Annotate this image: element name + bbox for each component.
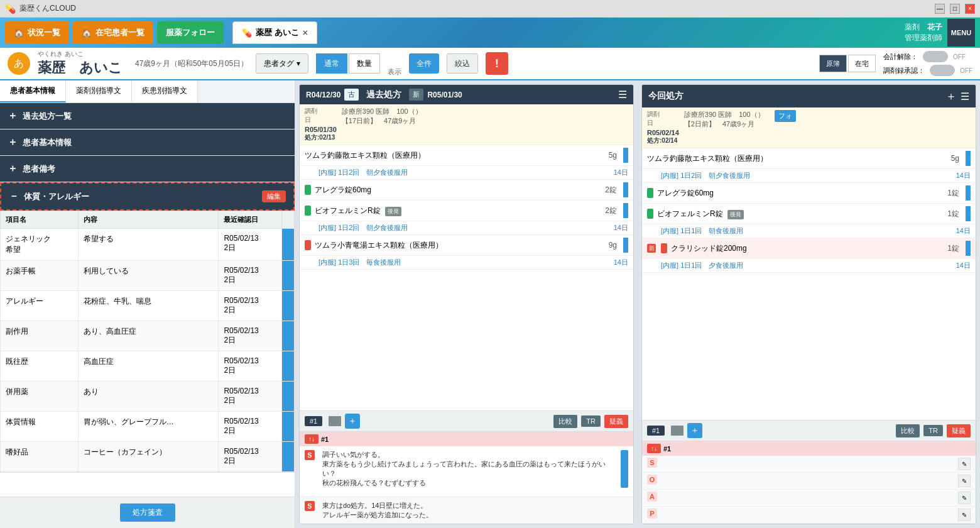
menu-btn[interactable]: MENU — [947, 19, 975, 47]
cell-content: あり — [78, 382, 219, 412]
cell-action[interactable] — [282, 382, 295, 412]
plus-icon-2: ＋ — [8, 136, 18, 149]
yakureki-tab[interactable]: 💊 薬歴 あいこ × — [232, 21, 317, 44]
soap-p-action[interactable]: ✎ — [958, 509, 971, 521]
drug-name: ツムラ小青竜湯エキス顆粒（医療用） — [315, 240, 605, 251]
allergy-edit-btn[interactable]: 編集 — [262, 190, 286, 202]
soap-s2-content: 東方はdо処方。14日壁に増えた。 アレルギー薬が処方追加になった。 — [322, 501, 628, 520]
status-list-btn[interactable]: 🏠 状況一覧 — [5, 21, 69, 44]
accordion-allergy-header[interactable]: － 体質・アレルギー 編集 — [0, 182, 295, 211]
tab-disease-guidance[interactable]: 疾患別指導文 — [132, 80, 198, 102]
drug-amount: 5g — [609, 151, 617, 160]
sidebar-accordion: ＋ 過去処方一覧 ＋ 患者基本情報 ＋ 患者備考 — [0, 103, 295, 497]
accordion-allergy: － 体質・アレルギー 編集 項目名 内容 最近確認日 — [0, 182, 295, 473]
home-patient-btn[interactable]: 🏠 在宅患者一覧 — [73, 21, 153, 44]
soap-scroll-bar — [621, 450, 628, 488]
drug-bar — [966, 151, 971, 166]
drug-indicator — [305, 185, 311, 195]
soap-row-o: O ✎ — [642, 473, 976, 490]
home-icon: 🏠 — [14, 28, 24, 38]
shiboru-btn[interactable]: 絞込 — [447, 53, 478, 74]
gigi-btn[interactable]: 疑義 — [604, 415, 628, 428]
past-rx-info: 調剤日 R05/01/30 処方:02/13 診療所390 医師 100（） 【… — [300, 104, 633, 145]
minimize-btn[interactable]: — — [935, 4, 945, 14]
accordion-patient-info-header[interactable]: ＋ 患者基本情報 — [0, 129, 295, 155]
past-rx-date: R05/01/30 処方:02/13 — [305, 126, 337, 142]
drug-bar — [623, 148, 628, 163]
drug-indicator — [305, 240, 311, 250]
today-gigi-btn[interactable]: 疑義 — [947, 424, 971, 437]
app-title: 薬歴くんCLOUD — [19, 3, 935, 14]
follow-btn[interactable]: 服薬フォロー — [157, 21, 224, 44]
kaikei-toggle[interactable] — [923, 51, 948, 62]
zenbun-btn[interactable]: 全件 — [409, 53, 439, 74]
accordion-patient-memo-header[interactable]: ＋ 患者備考 — [0, 156, 295, 182]
sort-btn[interactable]: ↑↓ — [305, 434, 318, 444]
today-panel-menu-icon[interactable]: ☰ — [961, 91, 969, 102]
tab-patient-info[interactable]: 患者基本情報 — [0, 80, 66, 102]
col-check — [282, 211, 295, 229]
past-rx-header: R04/12/30 古 過去処方 新 R05/01/30 ☰ — [300, 85, 633, 104]
drug-amount: 9g — [609, 241, 617, 250]
shonin-toggle[interactable] — [930, 65, 955, 76]
cell-date: R05/02/13 2日 — [219, 321, 282, 351]
accordion-past-rx-header[interactable]: ＋ 過去処方一覧 — [0, 103, 295, 129]
cell-action[interactable] — [282, 351, 295, 382]
zaitaku-btn[interactable]: 在宅 — [848, 55, 876, 72]
dosage-row: [内服] 1日1回 朝食後服用 14日 — [642, 224, 976, 238]
tr-btn[interactable]: TR — [581, 415, 601, 427]
kohatsu-badge2: 後発 — [727, 210, 744, 219]
cell-date: R05/02/13 2日 — [219, 382, 282, 412]
past-rx-panel: R04/12/30 古 過去処方 新 R05/01/30 ☰ 調剤日 R05/0… — [299, 84, 634, 524]
add-rx-btn[interactable]: ＋ — [945, 89, 957, 104]
main-layout: 患者基本情報 薬剤別指導文 疾患別指導文 ＋ 過去処方一覧 ＋ 患者基本情報 — [0, 80, 980, 528]
today-rx-drugs: ツムラ釣藤散エキス顆粒（医療用） 5g [内服] 1日2回 朝夕食後服用 14日… — [642, 148, 976, 420]
today-rx-header: 今回処方 ＋ ☰ — [642, 85, 976, 107]
cell-action[interactable] — [282, 261, 295, 291]
past-soap-title-row: ↑↓ #1 — [300, 432, 633, 446]
soap-row-p: P ✎ — [642, 507, 976, 524]
cell-action[interactable] — [282, 321, 295, 351]
past-soap-content: S 調子いい気がする。 東方薬をもう少し続けてみましょうって言われた。家にある血… — [300, 446, 633, 497]
patient-kana: やくれき あいこ — [38, 50, 122, 58]
drug-indicator — [661, 243, 667, 253]
today-hikaku-btn[interactable]: 比較 — [896, 424, 920, 437]
past-rx-drugs: ツムラ釣藤散エキス顆粒（医療用） 5g [内服] 1日2回 朝夕食後服用 14日… — [300, 145, 633, 410]
panel-menu-icon[interactable]: ☰ — [618, 89, 627, 101]
new-nav-btn[interactable]: 新 — [409, 89, 423, 101]
dosage-row: [内服] 1日3回 毎食後服用 14日 — [300, 256, 633, 270]
kaikei-state: OFF — [953, 53, 966, 60]
tab-close-btn[interactable]: × — [303, 28, 308, 38]
close-btn[interactable]: × — [965, 4, 975, 14]
col-item: 項目名 — [1, 211, 79, 229]
today-tr-btn[interactable]: TR — [923, 425, 943, 436]
window-controls[interactable]: — □ × — [935, 4, 975, 14]
patient-tag-btn[interactable]: 患者タグ ▾ — [256, 53, 308, 74]
patient-name-area: やくれき あいこ 薬歴 あいこ — [38, 50, 122, 77]
title-bar: 💊 薬歴くんCLOUD — □ × — [0, 0, 980, 18]
soap-add-btn[interactable]: ＋ — [345, 414, 360, 429]
cell-action[interactable] — [282, 229, 295, 261]
alert-btn[interactable]: ! — [486, 52, 508, 75]
old-nav-btn[interactable]: 古 — [344, 89, 359, 101]
display-normal-btn[interactable]: 通常 — [316, 53, 347, 74]
soap-a-action[interactable]: ✎ — [958, 492, 971, 504]
maximize-btn[interactable]: □ — [950, 4, 960, 14]
cell-action[interactable] — [282, 412, 295, 442]
cell-action[interactable] — [282, 442, 295, 472]
today-soap-add-btn[interactable]: ＋ — [687, 423, 702, 438]
hikaku-btn[interactable]: 比較 — [553, 415, 577, 428]
tab-icon: 💊 — [242, 28, 252, 38]
soap-o-action[interactable]: ✎ — [958, 475, 971, 487]
cell-content: 高血圧症 — [78, 351, 219, 382]
cell-action[interactable] — [282, 291, 295, 321]
display-quantity-btn[interactable]: 数量 — [349, 53, 380, 74]
drug-name: ビオフェルミンR錠 後発 — [657, 209, 944, 219]
shohosen-btn[interactable]: 処方箋査 — [120, 503, 175, 522]
cell-date: R05/02/13 2日 — [219, 291, 282, 321]
tab-drug-guidance[interactable]: 薬剤別指導文 — [66, 80, 132, 102]
sidebar-bottom: 処方箋査 — [0, 497, 295, 528]
genbо-btn[interactable]: 原簿 — [819, 55, 847, 72]
soap-s-action[interactable]: ✎ — [958, 458, 971, 470]
today-sort-btn[interactable]: ↑↓ — [647, 444, 661, 453]
